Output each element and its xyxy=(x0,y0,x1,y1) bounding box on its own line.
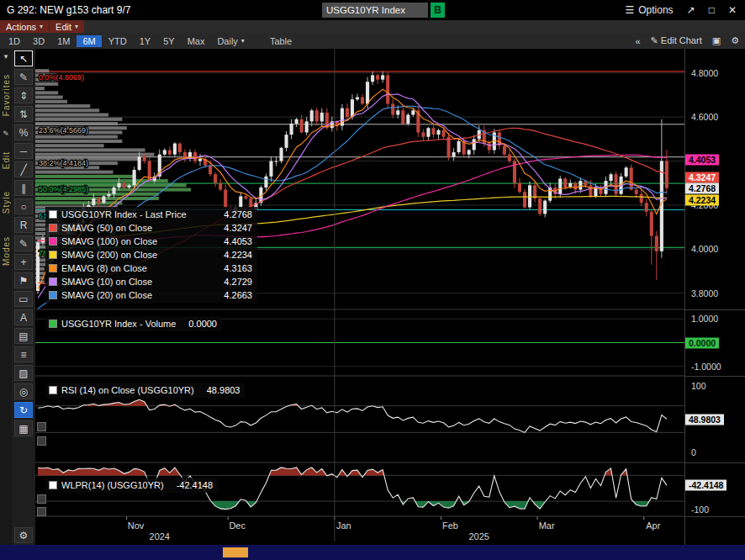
list-tool[interactable]: ≡ xyxy=(14,346,33,362)
fib-level-label: 23.6%(4.5669) xyxy=(39,126,88,135)
frequency-dropdown[interactable]: Daily▾ xyxy=(211,35,250,47)
axis-tick-label: 1.0000 xyxy=(691,314,718,324)
pencil-icon: ✎ xyxy=(651,35,658,45)
legend-item[interactable]: SMAVG (50) on Close4.3247 xyxy=(49,221,252,235)
legend-item[interactable]: SMAVG (10) on Close4.2729 xyxy=(49,275,252,288)
palette-tool[interactable]: ▦ xyxy=(14,420,33,436)
window-controls: ☰Options ↗ □ ✕ xyxy=(626,4,737,16)
note-tool[interactable]: ▤ xyxy=(14,328,33,344)
year-label-2025: 2025 xyxy=(468,531,489,542)
legend-item[interactable]: WLPR(14) (USGG10YR)-42.4148 xyxy=(49,478,213,492)
move-tool[interactable]: + xyxy=(14,254,33,270)
cycle-tool[interactable]: ↻ xyxy=(14,402,33,418)
axis-tick-label: 4.6000 xyxy=(691,112,718,122)
legend-item[interactable]: SMAVG (100) on Close4.4053 xyxy=(49,235,252,248)
close-icon[interactable]: ✕ xyxy=(728,4,737,16)
text-tool[interactable]: A xyxy=(14,309,33,325)
popout-icon[interactable]: ↗ xyxy=(687,4,695,16)
legend-label: SMAVG (50) on Close xyxy=(61,223,152,233)
legend-color-chip xyxy=(49,251,57,259)
axis-tick-label: 4.8000 xyxy=(691,68,718,78)
eraser-tool[interactable]: ▭ xyxy=(14,291,33,307)
axis-tick-label: 3.8000 xyxy=(691,288,718,298)
rsi-legend: RSI (14) on Close (USGG10YR)48.9803 xyxy=(45,383,245,398)
gear-icon[interactable]: ⚙ xyxy=(731,35,739,46)
legend-item[interactable]: SMAVG (20) on Close4.2663 xyxy=(49,288,252,302)
channel-tool[interactable]: ∥ xyxy=(14,180,33,196)
zoom-tool[interactable]: ◎ xyxy=(14,383,33,399)
taskbar-highlight[interactable] xyxy=(223,547,248,557)
horizontal-line-tool[interactable]: ─ xyxy=(14,143,33,159)
period-tab-1M[interactable]: 1M xyxy=(51,35,76,47)
pane-button[interactable] xyxy=(37,422,46,431)
sidebar-section-edit[interactable]: Edit xyxy=(2,151,11,169)
toolbar-right: « ✎ Edit Chart ▣ ⚙ xyxy=(635,35,739,46)
ellipse-tool[interactable]: ○ xyxy=(14,198,33,214)
draw-tool[interactable]: ✎ xyxy=(14,69,33,85)
collapse-icon[interactable]: « xyxy=(635,36,640,46)
percent-change-tool[interactable]: % xyxy=(14,124,33,140)
legend-item[interactable]: EMAVG (8) on Close4.3163 xyxy=(49,262,252,275)
pane-button[interactable] xyxy=(37,494,46,504)
annotate-panel-icon[interactable]: ▣ xyxy=(712,35,721,46)
period-tab-1D[interactable]: 1D xyxy=(3,35,26,47)
axis-tick-label: 4.0000 xyxy=(691,244,718,254)
period-tab-3D[interactable]: 3D xyxy=(27,35,50,47)
legend-label: SMAVG (20) on Close xyxy=(61,290,152,300)
period-tab-Max[interactable]: Max xyxy=(182,35,211,47)
period-tab-1Y[interactable]: 1Y xyxy=(134,35,156,47)
maximize-icon[interactable]: □ xyxy=(709,4,715,16)
period-tab-5Y[interactable]: 5Y xyxy=(157,35,180,47)
measure-tool[interactable]: ⇕ xyxy=(14,87,33,103)
legend-color-chip xyxy=(49,224,57,232)
legend-item[interactable]: USGG10YR Index - Last Price4.2768 xyxy=(49,208,252,221)
axis-tick-label: 100 xyxy=(691,381,706,391)
legend-color-chip xyxy=(49,264,57,272)
table-button[interactable]: Table xyxy=(263,35,299,47)
strip-collapse-icon[interactable]: ▾ xyxy=(4,52,8,61)
axis-tick-label: 0 xyxy=(691,447,696,457)
legend-item[interactable]: SMAVG (200) on Close4.2234 xyxy=(49,248,252,262)
chevron-down-icon: ▾ xyxy=(75,23,78,30)
volume-legend: USGG10YR Index - Volume0.0000 xyxy=(45,316,222,331)
style-tool[interactable]: ▨ xyxy=(14,365,33,381)
annotate-pencil-tool[interactable]: ✎ xyxy=(14,235,33,251)
month-label-mar: Mar xyxy=(539,520,555,531)
security-input[interactable]: USGG10YR Index xyxy=(322,3,428,18)
strip-pencil-icon[interactable]: ✎ xyxy=(3,129,9,138)
month-label-feb: Feb xyxy=(442,520,458,531)
trendline-tool[interactable]: ╱ xyxy=(14,161,33,177)
period-tab-6M[interactable]: 6M xyxy=(77,35,101,47)
axis-value-badge: 0.0000 xyxy=(685,337,719,348)
flag-tool[interactable]: ⚑ xyxy=(14,272,33,288)
security-source-badge: B xyxy=(431,3,445,18)
month-label-jan: Jan xyxy=(336,520,351,531)
edit-menu[interactable]: Edit▾ xyxy=(50,20,84,33)
regression-tool[interactable]: R xyxy=(14,217,33,233)
legend-label: SMAVG (200) on Close xyxy=(61,250,157,260)
axis-value-badge: -42.4148 xyxy=(685,479,727,490)
bar-compare-tool[interactable]: ⇅ xyxy=(14,106,33,122)
fib-level-label: 50.0%(4.2985) xyxy=(39,185,88,193)
legend-item[interactable]: USGG10YR Index - Volume0.0000 xyxy=(49,317,217,330)
legend-item[interactable]: RSI (14) on Close (USGG10YR)48.9803 xyxy=(49,383,240,397)
legend-color-chip xyxy=(49,210,57,219)
axis-value-badge: 4.4053 xyxy=(685,155,719,166)
sidebar-section-modes[interactable]: Modes xyxy=(2,236,11,266)
settings-tool[interactable]: ⚙ xyxy=(14,527,33,543)
axis-value-badge: 4.2234 xyxy=(685,194,719,205)
pane-button[interactable] xyxy=(37,507,46,516)
sidebar-section-style[interactable]: Style xyxy=(2,191,11,214)
edit-chart-button[interactable]: ✎ Edit Chart xyxy=(651,35,702,46)
actions-menu[interactable]: Actions▾ xyxy=(0,20,49,33)
legend-label: EMAVG (8) on Close xyxy=(61,263,147,273)
sidebar-section-favorites[interactable]: Favorites xyxy=(2,74,11,116)
panel-separator xyxy=(685,309,745,310)
options-menu[interactable]: ☰Options xyxy=(626,4,674,16)
cursor-tool[interactable]: ↖ xyxy=(14,50,33,66)
period-tab-YTD[interactable]: YTD xyxy=(103,35,133,47)
pane-button[interactable] xyxy=(37,436,46,446)
price-axis[interactable]: 4.80004.60004.40004.20004.00003.80001.00… xyxy=(684,49,745,545)
legend-value: 4.2729 xyxy=(210,277,252,287)
chart-canvas[interactable]: 0.0%(4.8069)23.6%(4.5669)38.2%(4.4184)50… xyxy=(35,49,684,545)
